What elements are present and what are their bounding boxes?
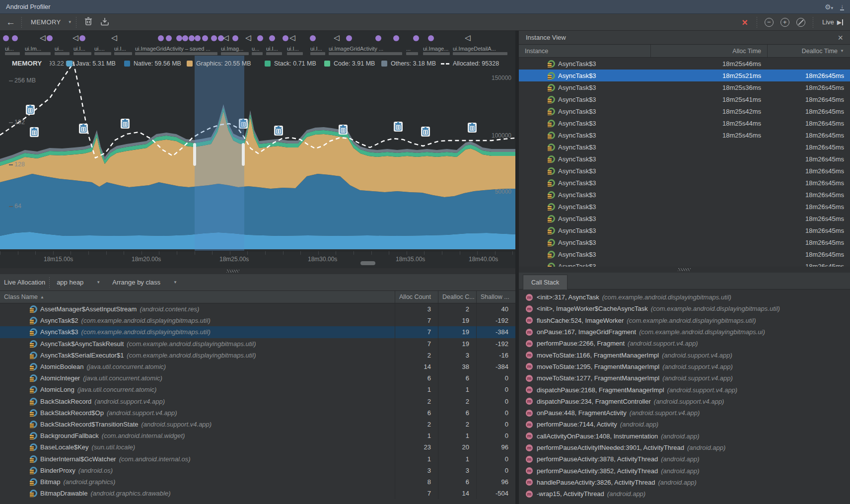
touch-event-dot[interactable] — [269, 35, 275, 41]
list-item[interactable]: AsyncTask$3 18m26s45ms — [519, 153, 850, 165]
stack-frame[interactable]: m dispatchPause:234, FragmentController … — [519, 396, 850, 407]
table-row[interactable]: BinderInternal$GcWatcher (com.android.in… — [0, 453, 515, 464]
table-row[interactable]: BackStackRecord (android.support.v4.app)… — [0, 396, 515, 407]
activity-event-triangle-icon[interactable]: ◁ — [334, 33, 340, 42]
table-row[interactable]: AsyncTask$3 (com.example.android.display… — [0, 326, 515, 338]
touch-event-dot[interactable] — [232, 35, 238, 41]
close-icon[interactable]: × — [838, 33, 843, 42]
col-dealloc-time[interactable]: Dealloc Time▼ — [767, 45, 850, 57]
selection-right-handle[interactable] — [242, 143, 245, 166]
activity-segment[interactable]: ui.ImageGridActivity – saved ... — [135, 46, 217, 55]
table-row[interactable]: AtomicBoolean (java.util.concurrent.atom… — [0, 361, 515, 372]
stack-frame[interactable]: m flushCache:524, ImageWorker (com.examp… — [519, 315, 850, 326]
list-item[interactable]: AsyncTask$3 18m25s46ms — [519, 58, 850, 70]
activity-segment[interactable]: ui.Image... — [423, 46, 450, 55]
table-row[interactable]: BackStackRecord$Op (android.support.v4.a… — [0, 407, 515, 419]
col-class-name[interactable]: Class Name▲ — [0, 291, 395, 303]
touch-event-dot[interactable] — [47, 35, 53, 41]
reset-zoom-button[interactable] — [796, 18, 805, 27]
activity-segment[interactable]: ui.I... — [266, 46, 282, 55]
table-row[interactable]: AsyncTask$SerialExecutor$1 (com.example.… — [0, 350, 515, 361]
table-row[interactable]: BackStackRecord$TransitionState (android… — [0, 419, 515, 430]
activity-segment[interactable]: ui.Imag... — [221, 46, 249, 55]
stack-frame[interactable]: m dispatchPause:2168, FragmentManagerImp… — [519, 384, 850, 395]
list-item[interactable]: AsyncTask$3 18m26s45ms — [519, 165, 850, 177]
memory-chart[interactable]: Total: 93.22 MB MEMORY Java: 5.31 MB Nat… — [0, 56, 515, 251]
stack-frame[interactable]: m performPause:7144, Activity (android.a… — [519, 419, 850, 430]
activity-segment[interactable]: ui... — [55, 46, 70, 55]
stack-frame[interactable]: m performPauseActivityIfNeeded:3901, Act… — [519, 442, 850, 453]
live-button-label[interactable]: Live — [822, 18, 834, 26]
table-row[interactable]: AtomicInteger (java.util.concurrent.atom… — [0, 372, 515, 384]
heap-select[interactable]: app heap▼ — [57, 279, 100, 286]
stack-frame[interactable]: m onPause:448, FragmentActivity (android… — [519, 407, 850, 419]
touch-event-dot[interactable] — [202, 35, 208, 41]
stack-frame[interactable]: m <init>, ImageWorker$CacheAsyncTask (co… — [519, 303, 850, 314]
list-item[interactable]: AsyncTask$3 18m26s45ms — [519, 213, 850, 224]
list-item[interactable]: AsyncTask$3 18m26s45ms — [519, 224, 850, 236]
activity-segment[interactable]: ui.I... — [287, 46, 303, 55]
stack-frame[interactable]: m moveToState:1277, FragmentManagerImpl … — [519, 372, 850, 384]
list-item[interactable]: AsyncTask$3 18m26s45ms — [519, 236, 850, 248]
table-row[interactable]: BackgroundFallback (com.android.internal… — [0, 430, 515, 441]
activity-segment[interactable]: ... — [406, 46, 418, 55]
touch-event-dot[interactable] — [189, 35, 195, 41]
table-row[interactable]: Bitmap (android.graphics) 8 6 96 — [0, 476, 515, 488]
horizontal-splitter[interactable] — [519, 267, 850, 273]
touch-event-dot[interactable] — [310, 35, 316, 41]
range-selection-overlay[interactable] — [195, 56, 244, 251]
list-item[interactable]: AsyncTask$3 18m25s42ms 18m26s45ms — [519, 105, 850, 117]
table-row[interactable]: AsyncTask$2 (com.example.android.display… — [0, 315, 515, 326]
stack-frame[interactable]: m onPause:167, ImageGridFragment (com.ex… — [519, 326, 850, 338]
stack-frame[interactable]: m moveToState:1295, FragmentManagerImpl … — [519, 361, 850, 372]
touch-event-dot[interactable] — [195, 35, 201, 41]
activity-segment[interactable]: ui... — [5, 46, 20, 55]
list-item[interactable]: AsyncTask$3 18m26s45ms — [519, 189, 850, 201]
list-item[interactable]: AsyncTask$3 18m25s36ms 18m26s45ms — [519, 81, 850, 93]
activity-event-triangle-icon[interactable]: ◁ — [72, 33, 78, 42]
timeline-scrollbar[interactable] — [360, 261, 375, 265]
activity-event-triangle-icon[interactable]: ◁ — [289, 33, 295, 42]
table-row[interactable]: BitmapDrawable (android.graphics.drawabl… — [0, 488, 515, 499]
activity-segment[interactable]: ui.I... — [73, 46, 91, 55]
selection-left-handle[interactable] — [193, 143, 196, 166]
zoom-out-button[interactable]: − — [765, 18, 774, 27]
list-item[interactable]: AsyncTask$3 18m25s45ms 18m26s45ms — [519, 129, 850, 141]
touch-event-dot[interactable] — [3, 35, 9, 41]
activity-event-triangle-icon[interactable]: ◁ — [40, 33, 46, 42]
go-live-icon[interactable]: ▶ — [837, 19, 843, 26]
touch-event-dot[interactable] — [12, 35, 18, 41]
profiler-session-select[interactable]: MEMORY▼ — [31, 18, 72, 26]
gc-trash-button[interactable] — [84, 17, 92, 27]
list-item[interactable]: AsyncTask$3 18m26s45ms — [519, 141, 850, 153]
activity-segment[interactable]: ui.... — [94, 46, 111, 55]
col-dealloc-count[interactable]: Dealloc C... — [438, 291, 476, 303]
activity-segment[interactable]: ui.ImageDetailA... — [453, 46, 507, 55]
touch-event-dot[interactable] — [158, 35, 164, 41]
zoom-in-button[interactable]: + — [780, 18, 789, 27]
stack-frame[interactable]: m performPauseActivity:3878, ActivityThr… — [519, 453, 850, 465]
col-instance[interactable]: Instance — [519, 45, 650, 57]
list-item[interactable]: AsyncTask$3 18m26s45ms — [519, 177, 850, 189]
list-item[interactable]: AsyncTask$3 18m25s21ms 18m26s45ms — [519, 70, 850, 81]
touch-event-dot[interactable] — [413, 35, 419, 41]
vertical-splitter[interactable] — [515, 31, 519, 504]
stack-frame[interactable]: m callActivityOnPause:1408, Instrumentat… — [519, 431, 850, 442]
touch-event-dot[interactable] — [283, 35, 288, 41]
col-alloc-time[interactable]: Alloc Time — [650, 45, 767, 57]
touch-event-dot[interactable] — [393, 35, 399, 41]
stack-frame[interactable]: m -wrap15, ActivityThread (android.app) — [519, 488, 850, 500]
touch-event-dot[interactable] — [176, 35, 182, 41]
table-row[interactable]: BinderProxy (android.os) 3 3 0 — [0, 465, 515, 476]
stack-frame[interactable]: m moveToState:1166, FragmentManagerImpl … — [519, 349, 850, 360]
download-icon[interactable]: ↓ — [840, 3, 844, 10]
stack-frame[interactable]: m performPauseActivity:3852, ActivityThr… — [519, 465, 850, 476]
list-item[interactable]: AsyncTask$3 18m25s41ms 18m26s45ms — [519, 93, 850, 105]
table-row[interactable]: BaseLocale$Key (sun.util.locale) 23 20 9… — [0, 441, 515, 453]
horizontal-splitter[interactable] — [0, 268, 515, 274]
activity-event-triangle-icon[interactable]: ◁ — [111, 33, 117, 42]
list-item[interactable]: AsyncTask$3 18m26s45ms — [519, 248, 850, 260]
activity-segment[interactable]: ui.I... — [310, 46, 325, 55]
list-item[interactable]: AsyncTask$3 18m26s45ms — [519, 201, 850, 213]
arrange-select[interactable]: Arrange by class▼ — [112, 279, 177, 286]
